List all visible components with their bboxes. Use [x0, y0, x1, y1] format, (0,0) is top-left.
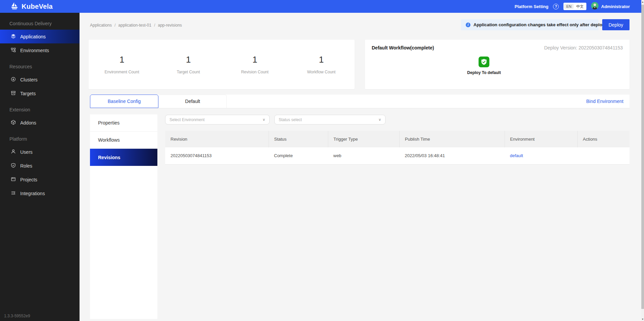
- environment-link[interactable]: default: [510, 153, 523, 158]
- stat-label: Environment Count: [89, 70, 155, 74]
- platform-setting-link[interactable]: Platform Setting: [515, 4, 548, 9]
- sidebar-item-label: Projects: [20, 177, 37, 182]
- deploy-version: Deploy Version: 20220503074841153: [544, 45, 623, 50]
- table-header-row: Revision Status Trigger Type Publish Tim…: [165, 131, 630, 147]
- sidebar: Continuous Delivery Applications Environ…: [0, 13, 80, 321]
- bind-environment-link[interactable]: Bind Environment: [586, 99, 630, 104]
- column-actions: Actions: [577, 131, 630, 147]
- cell-trigger-type: web: [328, 147, 399, 164]
- stat-label: Revision Count: [222, 70, 288, 74]
- column-status: Status: [269, 131, 328, 147]
- app-version: 1.3.3-59552e9: [4, 314, 30, 318]
- cell-publish-time: 2022/05/03 16:48:41: [399, 147, 504, 164]
- sidebar-item-clusters[interactable]: Clusters: [0, 73, 80, 86]
- revision-filters: Select Environment ∨ Status select ∨: [165, 115, 386, 124]
- stat-value: 1: [288, 55, 355, 65]
- sidebar-item-addons[interactable]: Addons: [0, 116, 80, 130]
- revisions-table: Revision Status Trigger Type Publish Tim…: [165, 131, 630, 165]
- sidebar-item-label: Clusters: [20, 77, 37, 82]
- user-icon: [11, 149, 16, 155]
- sidebar-item-label: Targets: [20, 91, 36, 96]
- stats-card: 1 Environment Count 1 Target Count 1 Rev…: [89, 40, 355, 89]
- cell-actions: [577, 147, 630, 164]
- deploy-button[interactable]: Deploy: [602, 19, 630, 30]
- breadcrumb-page[interactable]: app-revisions: [158, 23, 182, 28]
- banner-text: Application configuration changes take e…: [473, 22, 605, 27]
- stat-target-count: 1 Target Count: [155, 55, 221, 74]
- main-content: Applications / application-test-01 / app…: [80, 13, 641, 321]
- check-badge-icon: [479, 57, 489, 67]
- scroll-up-icon[interactable]: ▲: [641, 1, 644, 3]
- cell-revision: 20220503074841153: [165, 147, 269, 164]
- column-environment: Environment: [504, 131, 577, 147]
- sidebar-title: Continuous Delivery: [0, 13, 80, 30]
- stat-label: Target Count: [155, 70, 221, 74]
- sidebar-item-targets[interactable]: Targets: [0, 86, 80, 100]
- tab-default[interactable]: Default: [158, 95, 227, 108]
- lang-en[interactable]: EN: [564, 4, 573, 9]
- info-icon: i: [466, 23, 470, 27]
- table-row: 20220503074841153 Complete web 2022/05/0…: [165, 147, 630, 164]
- workflow-step-deploy-to-default[interactable]: Deploy To default: [467, 57, 501, 75]
- stat-value: 1: [222, 55, 288, 65]
- subnav-item-workflows[interactable]: Workflows: [90, 132, 157, 149]
- cell-status: Complete: [269, 147, 328, 164]
- sidebar-item-label: Addons: [20, 120, 36, 126]
- breadcrumb-app[interactable]: application-test-01: [118, 23, 151, 28]
- sidebar-item-environments[interactable]: Environments: [0, 43, 80, 57]
- workflow-step-label: Deploy To default: [467, 70, 501, 75]
- stat-label: Workflow Count: [288, 70, 355, 74]
- sidebar-item-applications[interactable]: Applications: [0, 30, 80, 43]
- cell-environment: default: [504, 147, 577, 164]
- stat-environment-count: 1 Environment Count: [89, 55, 155, 74]
- status-select[interactable]: Status select ∨: [274, 115, 386, 124]
- subnav-item-revisions[interactable]: Revisions: [90, 149, 157, 166]
- environment-select[interactable]: Select Environment ∨: [165, 115, 270, 124]
- environment-select-placeholder: Select Environment: [170, 117, 205, 122]
- sidebar-item-projects[interactable]: Projects: [0, 173, 80, 186]
- breadcrumb-separator: /: [115, 23, 116, 28]
- chevron-down-icon: ∨: [378, 117, 381, 122]
- scrollbar-thumb[interactable]: [641, 5, 644, 309]
- vertical-scrollbar[interactable]: ▲ ▼: [641, 0, 644, 321]
- window-icon: [11, 177, 16, 183]
- language-switcher[interactable]: EN 中文: [563, 3, 586, 10]
- column-revision: Revision: [165, 131, 269, 147]
- sidebar-item-roles[interactable]: Roles: [0, 159, 80, 173]
- sidebar-item-users[interactable]: Users: [0, 145, 80, 159]
- shield-icon: [11, 163, 16, 169]
- workflow-title: Default Workflow(complete): [372, 45, 434, 50]
- sitemap-icon: [11, 47, 16, 54]
- sidebar-section-resources: Resources: [0, 57, 80, 73]
- user-name: Administrator: [601, 4, 630, 9]
- user-menu[interactable]: Administrator: [591, 2, 630, 11]
- workflow-card: Default Workflow(complete) Deploy Versio…: [365, 40, 630, 89]
- stat-workflow-count: 1 Workflow Count: [288, 55, 355, 74]
- lang-zh[interactable]: 中文: [574, 4, 586, 9]
- scroll-down-icon[interactable]: ▼: [641, 318, 644, 320]
- cube-icon: [11, 120, 16, 126]
- status-select-placeholder: Status select: [279, 117, 302, 122]
- tab-baseline-config[interactable]: Baseline Config: [90, 95, 158, 108]
- stat-value: 1: [155, 55, 221, 65]
- config-tabs: Baseline Config Default Bind Environment: [90, 95, 630, 108]
- chevron-down-icon: ∨: [263, 117, 265, 122]
- archive-icon: [11, 91, 16, 97]
- sidebar-section-platform: Platform: [0, 130, 80, 145]
- breadcrumb: Applications / application-test-01 / app…: [90, 23, 182, 28]
- lines-icon: [11, 190, 16, 197]
- subnav-item-properties[interactable]: Properties: [90, 114, 157, 132]
- brand[interactable]: KubeVela: [10, 1, 53, 11]
- top-bar: KubeVela Platform Setting ? EN 中文 Admini…: [0, 0, 641, 13]
- layers-icon: [11, 34, 16, 40]
- sidebar-item-label: Applications: [20, 34, 46, 39]
- column-trigger-type: Trigger Type: [328, 131, 399, 147]
- sidebar-item-label: Roles: [20, 163, 32, 169]
- sidebar-item-label: Environments: [20, 48, 49, 53]
- config-subnav: Properties Workflows Revisions: [90, 114, 157, 319]
- sidebar-item-integrations[interactable]: Integrations: [0, 186, 80, 200]
- deploy-notice-banner: i Application configuration changes take…: [461, 19, 599, 30]
- breadcrumb-applications[interactable]: Applications: [90, 23, 112, 28]
- help-icon[interactable]: ?: [553, 4, 559, 9]
- column-publish-time: Publish Time: [399, 131, 504, 147]
